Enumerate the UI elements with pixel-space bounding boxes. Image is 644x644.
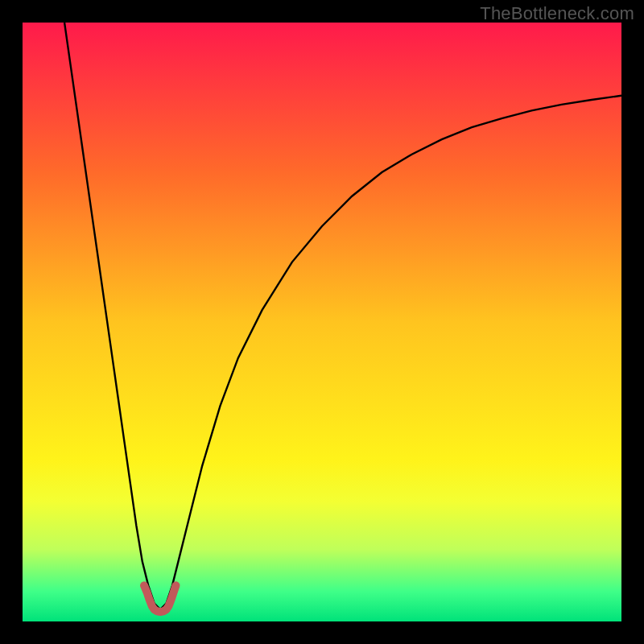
- gradient-background: [23, 23, 621, 621]
- bottleneck-chart: [23, 23, 621, 621]
- watermark-text: TheBottleneck.com: [480, 3, 634, 24]
- plot-area: [23, 23, 621, 621]
- chart-frame: TheBottleneck.com: [0, 0, 644, 644]
